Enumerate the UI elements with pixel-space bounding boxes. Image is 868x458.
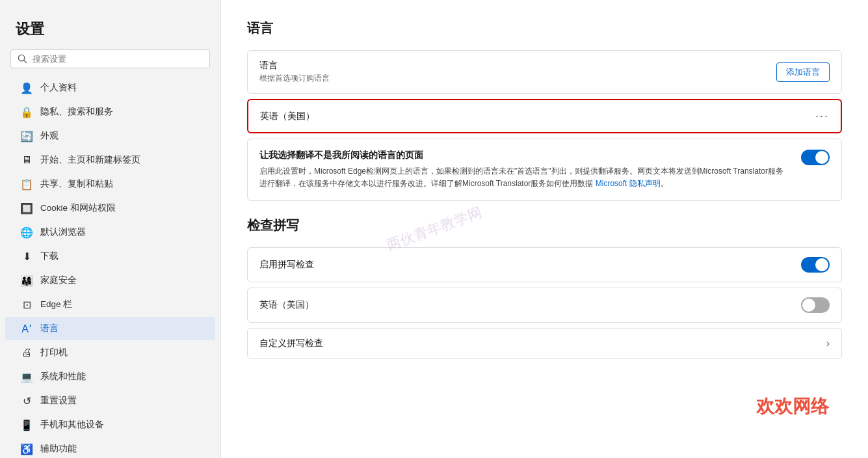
sidebar-item-downloads[interactable]: ⬇下载 (5, 245, 215, 268)
sidebar-item-profile[interactable]: 👤个人资料 (5, 76, 215, 100)
nav-label-edgebar: Edge 栏 (40, 299, 72, 310)
sidebar-item-start[interactable]: 🖥开始、主页和新建标签页 (5, 148, 215, 172)
english-spellcheck-label: 英语（美国） (259, 299, 314, 311)
language-card-row: 语言 根据首选项订购语言 添加语言 (248, 51, 841, 93)
nav-icon-mobile: 📱 (21, 419, 33, 431)
search-icon (18, 54, 27, 64)
nav-icon-appearance: 🔄 (21, 130, 33, 142)
nav-label-printer: 打印机 (40, 347, 68, 358)
svg-line-1 (24, 61, 27, 63)
spellcheck-section-title: 检查拼写 (247, 217, 842, 234)
translation-toggle-track[interactable] (801, 150, 830, 165)
nav-label-reset: 重置设置 (40, 395, 77, 407)
privacy-link[interactable]: Microsoft 隐私声明 (596, 179, 661, 188)
nav-label-share: 共享、复制和粘贴 (40, 178, 113, 190)
nav-icon-cookies: 🔲 (21, 202, 33, 214)
nav-icon-edgebar: ⊡ (21, 299, 33, 310)
chevron-right-icon: › (826, 338, 830, 349)
nav-label-family: 家庭安全 (40, 275, 77, 286)
language-options-button[interactable]: ··· (815, 109, 829, 123)
nav-label-language: 语言 (40, 323, 59, 334)
nav-icon-start: 🖥 (21, 154, 33, 166)
add-language-button[interactable]: 添加语言 (776, 62, 830, 82)
nav-label-mobile: 手机和其他设备 (40, 419, 104, 431)
main-content: 语言 语言 根据首选项订购语言 添加语言 英语（美国） ··· 让我选择翻译不是… (221, 0, 868, 458)
nav-icon-privacy: 🔒 (21, 106, 33, 118)
enable-spellcheck-label: 启用拼写检查 (259, 259, 314, 271)
nav-label-browser: 默认浏览器 (40, 226, 86, 238)
sidebar-item-reset[interactable]: ↺重置设置 (5, 389, 215, 412)
nav-icon-accessibility: ♿ (21, 443, 33, 455)
nav-label-accessibility: 辅助功能 (40, 443, 77, 455)
language-sublabel: 根据首选项订购语言 (259, 73, 330, 84)
nav-label-profile: 个人资料 (40, 82, 77, 94)
nav-icon-system: 💻 (21, 371, 33, 383)
nav-icon-profile: 👤 (21, 82, 33, 94)
sidebar-item-browser[interactable]: 🌐默认浏览器 (5, 221, 215, 244)
sidebar-item-family[interactable]: 👨‍👩‍👧家庭安全 (5, 269, 215, 292)
translation-toggle[interactable] (801, 150, 830, 165)
nav-label-privacy: 隐私、搜索和服务 (40, 106, 113, 118)
enable-spellcheck-toggle[interactable] (801, 257, 830, 273)
nav-icon-family: 👨‍👩‍👧 (21, 275, 33, 286)
current-language-label: 英语（美国） (260, 111, 315, 122)
nav-icon-printer: 🖨 (21, 347, 33, 358)
nav-icon-reset: ↺ (21, 395, 33, 407)
sidebar-item-privacy[interactable]: 🔒隐私、搜索和服务 (5, 100, 215, 124)
enable-spellcheck-row: 启用拼写检查 (247, 247, 842, 282)
sidebar-item-language[interactable]: Aʼ语言 (5, 317, 215, 340)
sidebar-item-cookies[interactable]: 🔲Cookie 和网站权限 (5, 196, 215, 220)
nav-label-start: 开始、主页和新建标签页 (40, 154, 140, 166)
translation-desc: 启用此设置时，Microsoft Edge检测网页上的语言，如果检测到的语言未在… (259, 165, 791, 190)
search-input[interactable] (33, 54, 203, 64)
sidebar-item-edgebar[interactable]: ⊡Edge 栏 (5, 293, 215, 316)
nav-icon-browser: 🌐 (21, 226, 33, 238)
sidebar-item-accessibility[interactable]: ♿辅助功能 (5, 437, 215, 458)
nav-icon-language: Aʼ (21, 323, 33, 334)
enable-spellcheck-toggle-thumb (815, 258, 828, 271)
english-spellcheck-row: 英语（美国） (247, 288, 842, 323)
nav-label-appearance: 外观 (40, 130, 59, 142)
nav-icon-downloads: ⬇ (21, 250, 33, 262)
english-spellcheck-toggle[interactable] (801, 297, 830, 313)
search-box[interactable] (10, 49, 210, 68)
sidebar: 设置 👤个人资料🔒隐私、搜索和服务🔄外观🖥开始、主页和新建标签页📋共享、复制和粘… (0, 0, 221, 458)
english-spellcheck-toggle-thumb (802, 299, 815, 312)
sidebar-title: 设置 (0, 13, 220, 49)
sidebar-item-share[interactable]: 📋共享、复制和粘贴 (5, 172, 215, 196)
english-spellcheck-toggle-track[interactable] (801, 297, 830, 313)
custom-spellcheck-row[interactable]: 自定义拼写检查 › (247, 328, 842, 359)
current-language-item: 英语（美国） ··· (247, 99, 842, 133)
language-section-title: 语言 (247, 20, 842, 37)
translation-toggle-thumb (815, 151, 828, 164)
language-card: 语言 根据首选项订购语言 添加语言 (247, 50, 842, 94)
sidebar-item-printer[interactable]: 🖨打印机 (5, 341, 215, 364)
spellcheck-section: 检查拼写 启用拼写检查 英语（美国） 自定义拼写检查 › (247, 217, 842, 359)
sidebar-item-mobile[interactable]: 📱手机和其他设备 (5, 413, 215, 437)
nav-label-system: 系统和性能 (40, 371, 86, 383)
language-label: 语言 (259, 60, 330, 72)
nav-list: 👤个人资料🔒隐私、搜索和服务🔄外观🖥开始、主页和新建标签页📋共享、复制和粘贴🔲C… (0, 76, 220, 458)
nav-icon-share: 📋 (21, 178, 33, 190)
nav-label-downloads: 下载 (40, 250, 59, 262)
enable-spellcheck-toggle-track[interactable] (801, 257, 830, 273)
translation-card: 让我选择翻译不是我所阅读的语言的页面 启用此设置时，Microsoft Edge… (247, 139, 842, 201)
translation-title: 让我选择翻译不是我所阅读的语言的页面 (259, 150, 791, 161)
sidebar-item-appearance[interactable]: 🔄外观 (5, 124, 215, 148)
nav-label-cookies: Cookie 和网站权限 (40, 202, 116, 214)
custom-spellcheck-label: 自定义拼写检查 (259, 338, 323, 349)
sidebar-item-system[interactable]: 💻系统和性能 (5, 365, 215, 388)
